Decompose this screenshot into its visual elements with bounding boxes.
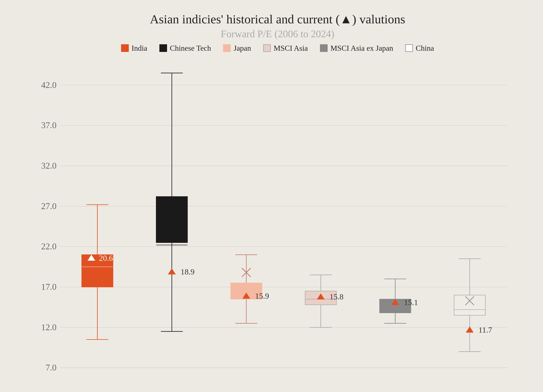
legend-swatch-msci-asia (263, 44, 271, 52)
title-block: Asian indicies' historical and current (… (150, 12, 405, 40)
svg-text:18.9: 18.9 (181, 267, 194, 276)
chart-container: Asian indicies' historical and current (… (0, 0, 543, 392)
legend-item-msci-asia: MSCI Asia (263, 44, 308, 53)
box-plot-chart: 7.012.017.022.027.032.037.042.020.618.91… (28, 61, 527, 380)
svg-text:37.0: 37.0 (41, 120, 57, 130)
svg-text:27.0: 27.0 (41, 201, 57, 211)
svg-rect-28 (156, 197, 187, 243)
legend-label-msci-asia-ex-japan: MSCI Asia ex Japan (330, 44, 393, 53)
legend-swatch-japan (223, 44, 231, 52)
svg-text:22.0: 22.0 (41, 242, 57, 251)
legend-swatch-india (121, 44, 129, 52)
svg-text:20.6: 20.6 (99, 254, 113, 263)
svg-text:15.9: 15.9 (255, 292, 269, 300)
legend: IndiaChinese TechJapanMSCI AsiaMSCI Asia… (121, 44, 434, 53)
main-title: Asian indicies' historical and current (… (150, 12, 405, 26)
legend-item-chinese-tech: Chinese Tech (159, 44, 211, 53)
svg-text:15.1: 15.1 (404, 298, 418, 307)
legend-item-india: India (121, 44, 147, 53)
svg-text:11.7: 11.7 (479, 326, 492, 334)
svg-rect-60 (454, 295, 485, 315)
legend-swatch-china (405, 44, 413, 52)
svg-text:15.8: 15.8 (330, 293, 344, 301)
legend-label-japan: Japan (233, 44, 251, 53)
legend-label-china: China (416, 44, 434, 53)
svg-text:12.0: 12.0 (41, 322, 57, 332)
legend-label-msci-asia: MSCI Asia (274, 44, 308, 53)
legend-item-japan: Japan (223, 44, 251, 53)
legend-label-india: India (132, 44, 147, 53)
sub-title: Forward P/E (2006 to 2024) (150, 28, 405, 40)
svg-text:42.0: 42.0 (41, 80, 57, 90)
svg-text:17.0: 17.0 (41, 282, 57, 292)
legend-item-china: China (405, 44, 434, 53)
svg-text:7.0: 7.0 (45, 363, 57, 372)
legend-swatch-msci-asia-ex-japan (320, 44, 328, 52)
legend-item-msci-asia-ex-japan: MSCI Asia ex Japan (320, 44, 393, 53)
legend-label-chinese-tech: Chinese Tech (170, 44, 211, 53)
svg-marker-30 (168, 268, 176, 274)
legend-swatch-chinese-tech (159, 44, 167, 52)
chart-area: 7.012.017.022.027.032.037.042.020.618.91… (28, 61, 527, 380)
svg-text:32.0: 32.0 (41, 161, 57, 171)
